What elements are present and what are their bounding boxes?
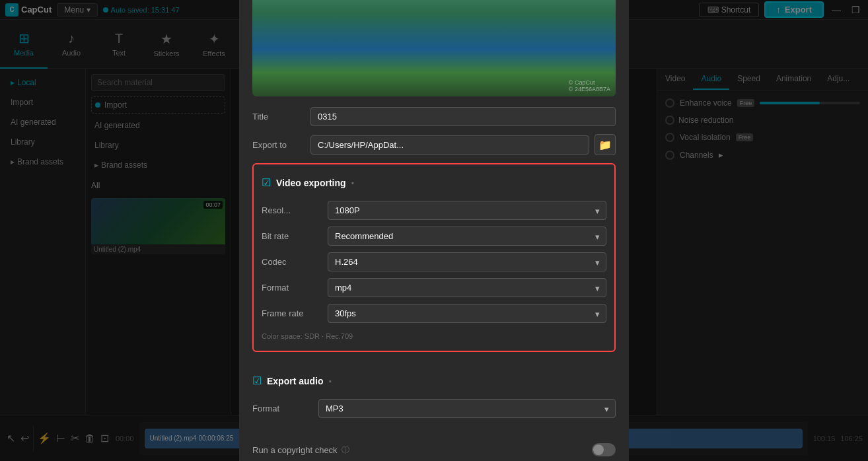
dialog-overlay: Export © CapCut© 24E56A8B7A Title Export… (0, 0, 868, 461)
title-label: Title (252, 112, 305, 122)
format-video-label: Format (262, 283, 328, 293)
video-export-title: Video exporting (276, 178, 346, 188)
export-to-label: Export to (252, 140, 305, 150)
dialog-preview: © CapCut© 24E56A8B7A (252, 0, 616, 96)
bitrate-label: Bit rate (262, 231, 328, 241)
copyright-info-icon: ⓘ (342, 444, 349, 456)
video-export-section: ☑ Video exporting ▪ Resol... 1080P 720P … (252, 163, 616, 352)
copyright-row: Run a copyright check ⓘ (252, 438, 616, 461)
video-export-header: ☑ Video exporting ▪ (262, 172, 606, 193)
title-input[interactable] (310, 107, 616, 126)
framerate-label: Frame rate (262, 308, 328, 318)
export-audio-title: Export audio (267, 376, 324, 386)
framerate-select-wrapper: 30fps 24fps 60fps (328, 304, 606, 323)
title-row: Title (252, 107, 616, 126)
color-space-label: Color space: SDR · Rec.709 (262, 330, 606, 343)
preview-image (252, 0, 616, 96)
framerate-select[interactable]: 30fps 24fps 60fps (328, 304, 606, 323)
export-dialog: Export © CapCut© 24E56A8B7A Title Export… (239, 0, 629, 461)
audio-format-row: Format MP3 AAC WAV (252, 399, 616, 418)
codec-label: Codec (262, 257, 328, 267)
codec-row: Codec H.264 H.265 (262, 252, 606, 271)
bitrate-select-wrapper: Recommended Low High (328, 227, 606, 246)
bitrate-select[interactable]: Recommended Low High (328, 227, 606, 246)
framerate-row: Frame rate 30fps 24fps 60fps (262, 304, 606, 323)
export-audio-info: ▪ (329, 376, 332, 386)
folder-browse-button[interactable]: 📁 (595, 134, 616, 155)
format-video-select-wrapper: mp4 mov (328, 278, 606, 297)
preview-watermark: © CapCut© 24E56A8B7A (569, 79, 610, 92)
resolution-select-wrapper: 1080P 720P 4K (328, 201, 606, 220)
copyright-toggle[interactable] (592, 443, 616, 456)
audio-format-label: Format (252, 404, 318, 413)
codec-select[interactable]: H.264 H.265 (328, 252, 606, 271)
export-audio-section: ☑ Export audio ▪ Format MP3 AAC WAV (252, 363, 616, 433)
bitrate-row: Bit rate Recommended Low High (262, 227, 606, 246)
export-to-row: Export to 📁 (252, 134, 616, 155)
audio-format-select[interactable]: MP3 AAC WAV (318, 399, 616, 418)
format-video-select[interactable]: mp4 mov (328, 278, 606, 297)
audio-format-select-wrapper: MP3 AAC WAV (318, 399, 616, 418)
export-audio-checkbox[interactable]: ☑ (252, 374, 262, 387)
format-video-row: Format mp4 mov (262, 278, 606, 297)
codec-select-wrapper: H.264 H.265 (328, 252, 606, 271)
export-path-input[interactable] (310, 135, 589, 155)
resolution-select[interactable]: 1080P 720P 4K (328, 201, 606, 220)
copyright-label: Run a copyright check ⓘ (252, 444, 349, 456)
resolution-row: Resol... 1080P 720P 4K (262, 201, 606, 220)
resolution-label: Resol... (262, 205, 328, 215)
video-export-checkbox[interactable]: ☑ (262, 176, 271, 189)
video-export-info: ▪ (351, 178, 354, 188)
export-audio-header: ☑ Export audio ▪ (252, 371, 616, 391)
toggle-knob (593, 444, 604, 455)
